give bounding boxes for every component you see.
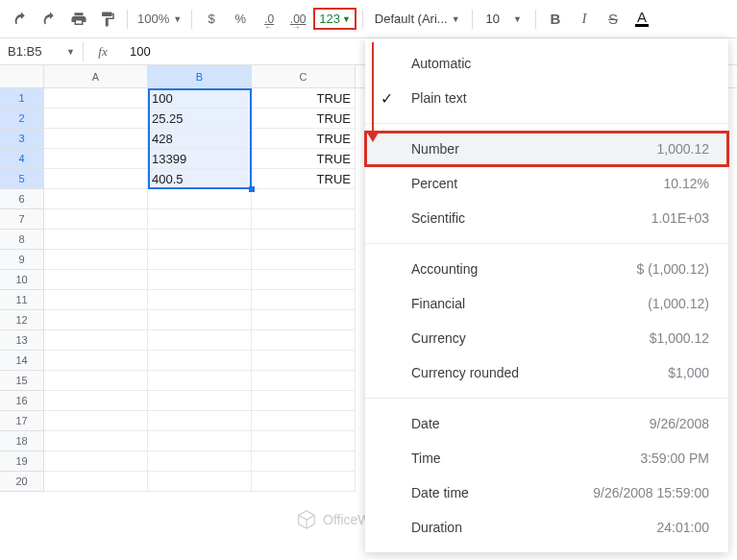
row-header[interactable]: 20 <box>0 472 44 492</box>
col-header-A[interactable]: A <box>44 65 148 87</box>
cell[interactable] <box>44 290 148 310</box>
cell[interactable] <box>44 230 148 250</box>
col-header-B[interactable]: B <box>148 65 252 87</box>
cell[interactable]: 100 <box>148 88 252 109</box>
bold-button[interactable]: B <box>542 6 569 33</box>
row-header[interactable]: 4 <box>0 149 44 169</box>
cell[interactable]: 13399 <box>148 149 252 169</box>
font-size-select[interactable]: 10▼ <box>479 12 529 26</box>
undo-icon[interactable] <box>8 6 35 33</box>
format-duration[interactable]: Duration24:01:00 <box>365 510 728 545</box>
row-header[interactable]: 16 <box>0 391 44 411</box>
format-number[interactable]: Number1,000.12 <box>365 132 728 166</box>
format-scientific[interactable]: Scientific1.01E+03 <box>365 201 728 235</box>
cell[interactable] <box>148 250 252 270</box>
cell[interactable] <box>44 189 148 209</box>
cell[interactable] <box>44 129 148 149</box>
cell[interactable] <box>252 290 356 310</box>
cell[interactable]: TRUE <box>252 169 356 189</box>
cell[interactable] <box>44 472 148 492</box>
cell[interactable] <box>252 209 356 230</box>
cell[interactable] <box>44 209 148 230</box>
cell[interactable] <box>44 411 148 431</box>
cell[interactable] <box>148 209 252 230</box>
format-date-time[interactable]: Date time9/26/2008 15:59:00 <box>365 475 728 510</box>
cell[interactable] <box>148 431 252 451</box>
cell[interactable] <box>44 391 148 411</box>
row-header[interactable]: 2 <box>0 109 44 129</box>
cell[interactable] <box>148 391 252 411</box>
text-color-button[interactable]: A <box>628 6 655 33</box>
row-header[interactable]: 13 <box>0 330 44 351</box>
row-header[interactable]: 19 <box>0 451 44 472</box>
cell[interactable] <box>44 451 148 472</box>
cell[interactable] <box>148 189 252 209</box>
format-date[interactable]: Date9/26/2008 <box>365 406 728 441</box>
col-header-C[interactable]: C <box>252 65 356 87</box>
row-header[interactable]: 8 <box>0 230 44 250</box>
cell[interactable] <box>252 431 356 451</box>
percent-icon[interactable]: % <box>227 6 254 33</box>
row-header[interactable]: 3 <box>0 129 44 149</box>
cell[interactable] <box>252 270 356 290</box>
row-header[interactable]: 15 <box>0 371 44 391</box>
cell[interactable] <box>148 351 252 371</box>
cell[interactable]: 25.25 <box>148 109 252 129</box>
cell[interactable] <box>148 290 252 310</box>
cell[interactable] <box>252 330 356 351</box>
cell[interactable] <box>148 230 252 250</box>
name-box[interactable]: B1:B5▼ <box>0 44 83 59</box>
format-accounting[interactable]: Accounting$ (1,000.12) <box>365 252 728 286</box>
format-currency[interactable]: Currency$1,000.12 <box>365 321 728 355</box>
cell[interactable]: 400.5 <box>148 169 252 189</box>
format-time[interactable]: Time3:59:00 PM <box>365 441 728 475</box>
cell[interactable] <box>148 330 252 351</box>
cell[interactable] <box>44 109 148 129</box>
format-currency-rounded[interactable]: Currency rounded$1,000 <box>365 355 728 390</box>
cell[interactable] <box>252 411 356 431</box>
cell[interactable] <box>148 270 252 290</box>
cell[interactable] <box>252 451 356 472</box>
row-header[interactable]: 7 <box>0 209 44 230</box>
cell[interactable] <box>148 411 252 431</box>
format-automatic[interactable]: Automatic <box>365 46 728 81</box>
cell[interactable] <box>44 431 148 451</box>
row-header[interactable]: 17 <box>0 411 44 431</box>
italic-button[interactable]: I <box>571 6 598 33</box>
cell[interactable] <box>148 310 252 330</box>
currency-icon[interactable]: $ <box>198 6 225 33</box>
cell[interactable] <box>44 149 148 169</box>
cell[interactable]: 428 <box>148 129 252 149</box>
row-header[interactable]: 11 <box>0 290 44 310</box>
format-financial[interactable]: Financial(1,000.12) <box>365 286 728 321</box>
row-header[interactable]: 12 <box>0 310 44 330</box>
cell[interactable] <box>252 189 356 209</box>
cell[interactable] <box>44 88 148 109</box>
cell[interactable] <box>44 250 148 270</box>
cell[interactable] <box>252 371 356 391</box>
cell[interactable] <box>44 330 148 351</box>
row-header[interactable]: 9 <box>0 250 44 270</box>
cell[interactable] <box>148 451 252 472</box>
cell[interactable] <box>252 230 356 250</box>
row-header[interactable]: 1 <box>0 88 44 109</box>
row-header[interactable]: 5 <box>0 169 44 189</box>
select-all-corner[interactable] <box>0 65 44 87</box>
cell[interactable] <box>252 250 356 270</box>
increase-decimal-icon[interactable]: .00→ <box>284 6 311 33</box>
row-header[interactable]: 6 <box>0 189 44 209</box>
format-plaintext[interactable]: ✓ Plain text <box>365 81 728 115</box>
cell[interactable] <box>44 351 148 371</box>
more-formats-button[interactable]: 123▼ <box>313 8 356 30</box>
cell[interactable] <box>148 371 252 391</box>
decrease-decimal-icon[interactable]: .0← <box>256 6 283 33</box>
cell[interactable]: TRUE <box>252 149 356 169</box>
format-percent[interactable]: Percent10.12% <box>365 166 728 201</box>
strike-button[interactable]: S <box>600 6 626 33</box>
cell[interactable] <box>44 371 148 391</box>
cell[interactable]: TRUE <box>252 109 356 129</box>
row-header[interactable]: 18 <box>0 431 44 451</box>
cell[interactable] <box>44 310 148 330</box>
cell[interactable] <box>148 472 252 492</box>
redo-icon[interactable] <box>37 6 63 33</box>
